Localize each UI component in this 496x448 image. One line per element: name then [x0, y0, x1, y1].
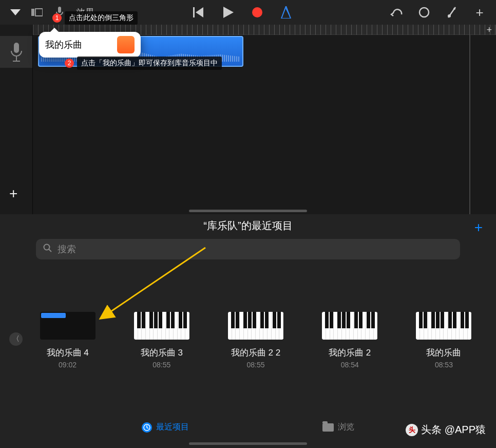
- track-instrument-mic[interactable]: [0, 36, 32, 68]
- track-sidebar: +: [0, 25, 33, 214]
- tab-label: 浏览: [338, 422, 354, 433]
- svg-point-15: [44, 245, 50, 250]
- svg-line-16: [49, 249, 51, 252]
- watermark-logo: 头: [406, 424, 418, 436]
- song-menu-triangle[interactable]: [10, 9, 21, 15]
- project-thumbnail: [134, 312, 189, 340]
- svg-rect-4: [193, 7, 195, 17]
- search-icon: [43, 244, 52, 255]
- clock-icon: [142, 422, 152, 433]
- project-item[interactable]: 我的乐曲 08:53: [412, 312, 475, 369]
- callout-badge: 2: [65, 59, 74, 68]
- project-time: 09:02: [59, 361, 77, 369]
- project-name: 我的乐曲 4: [47, 347, 89, 359]
- callout-text: 点击「我的乐曲」即可保存到库音乐项目中: [77, 57, 222, 70]
- home-indicator: [189, 442, 307, 445]
- project-thumbnail: [228, 312, 283, 340]
- project-time: 08:55: [152, 361, 170, 369]
- home-indicator: [189, 210, 307, 212]
- folder-icon: [322, 423, 334, 432]
- search-placeholder: 搜索: [58, 243, 76, 255]
- svg-rect-1: [35, 9, 43, 16]
- svg-point-9: [419, 8, 429, 17]
- more-icon[interactable]: +: [473, 6, 486, 18]
- tab-browse[interactable]: 浏览: [322, 422, 354, 433]
- project-name: 我的乐曲 3: [141, 347, 183, 359]
- svg-marker-5: [196, 7, 203, 17]
- svg-point-10: [448, 14, 451, 17]
- svg-rect-0: [31, 9, 34, 16]
- add-track-button[interactable]: +: [9, 185, 17, 202]
- project-item[interactable]: 我的乐曲 4 09:02: [36, 312, 99, 369]
- end-marker[interactable]: [469, 35, 470, 214]
- project-name: 我的乐曲: [426, 347, 461, 359]
- project-name: 我的乐曲 2 2: [231, 347, 280, 359]
- garageband-app-icon: [117, 36, 135, 53]
- project-item[interactable]: 我的乐曲 2 08:54: [318, 312, 381, 369]
- rewind-icon[interactable]: [193, 6, 205, 18]
- song-popover[interactable]: 我的乐曲: [39, 32, 141, 58]
- project-grid: 我的乐曲 4 09:02 我的乐曲 3 08:55 我的乐曲 2 2 08:55…: [36, 312, 475, 369]
- undo-icon[interactable]: [390, 6, 403, 18]
- project-thumbnail: [416, 312, 471, 340]
- loop-icon[interactable]: [418, 6, 430, 18]
- new-project-button[interactable]: +: [474, 219, 483, 236]
- editor-panel: 效果 + 1 点击: [0, 0, 496, 214]
- watermark-text: 头条 @APP猿: [421, 423, 486, 437]
- ruler-add-icon[interactable]: +: [486, 25, 492, 35]
- callout-text: 点击此处的倒三角形: [65, 11, 138, 25]
- svg-rect-12: [14, 43, 19, 53]
- popover-title: 我的乐曲: [45, 39, 117, 51]
- tutorial-callout-1: 1 点击此处的倒三角形: [52, 11, 138, 25]
- tab-label: 最近项目: [156, 422, 189, 433]
- svg-marker-7: [281, 6, 291, 18]
- metronome-icon[interactable]: [280, 6, 292, 18]
- settings-icon[interactable]: [446, 6, 458, 18]
- browser-header: “库乐队”的最近项目 +: [0, 214, 496, 237]
- view-icon[interactable]: [31, 6, 43, 18]
- svg-marker-6: [223, 7, 234, 18]
- project-item[interactable]: 我的乐曲 3 08:55: [130, 312, 193, 369]
- watermark: 头 头条 @APP猿: [406, 423, 486, 437]
- back-button[interactable]: 〈: [9, 332, 23, 346]
- project-time: 08:55: [246, 361, 264, 369]
- project-time: 08:53: [435, 361, 453, 369]
- project-name: 我的乐曲 2: [329, 347, 371, 359]
- project-time: 08:54: [341, 361, 359, 369]
- browser-title: “库乐队”的最近项目: [203, 219, 292, 233]
- callout-badge: 1: [52, 13, 62, 23]
- project-thumbnail: [322, 312, 377, 340]
- browser-panel: “库乐队”的最近项目 + 搜索 〈 我的乐曲 4 09:02 我的乐曲 3 08…: [0, 214, 496, 448]
- project-item[interactable]: 我的乐曲 2 2 08:55: [224, 312, 287, 369]
- search-bar[interactable]: 搜索: [36, 239, 460, 259]
- svg-point-11: [453, 8, 455, 10]
- tutorial-callout-2: 2 点击「我的乐曲」即可保存到库音乐项目中: [65, 57, 222, 70]
- play-icon[interactable]: [222, 6, 235, 18]
- record-button[interactable]: [252, 7, 262, 17]
- tab-recent[interactable]: 最近项目: [142, 422, 189, 433]
- project-thumbnail: [40, 312, 96, 340]
